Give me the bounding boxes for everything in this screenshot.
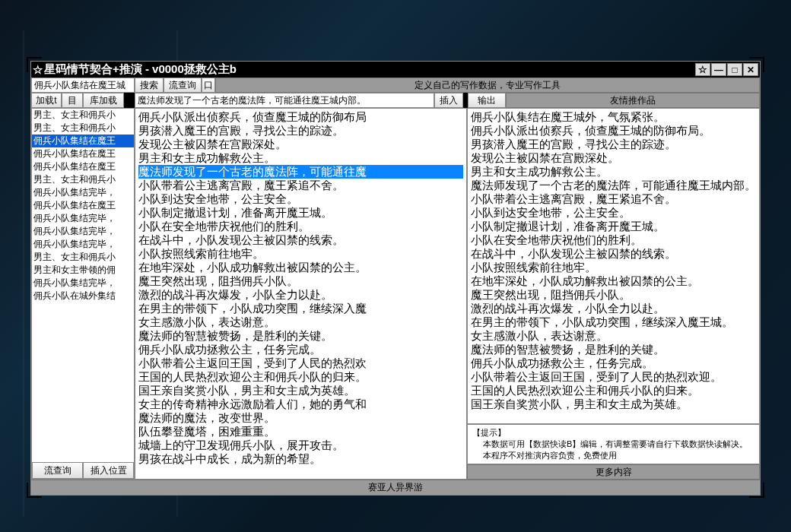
list-item[interactable]: 男主、女主和佣兵小 — [32, 251, 134, 264]
story-line[interactable]: 小队按照线索前往地牢。 — [471, 261, 756, 274]
story-line[interactable]: 发现公主被囚禁在宫殿深处。 — [471, 151, 756, 165]
story-line[interactable]: 发现公主被囚禁在宫殿深处。 — [138, 138, 463, 151]
hint-title: 【提示】 — [472, 427, 754, 439]
list-item[interactable]: 佣兵小队集结在魔王 — [32, 135, 134, 147]
story-line[interactable]: 队伍攀登魔塔，困难重重。 — [138, 425, 463, 439]
left-list[interactable]: 男主、女主和佣兵小男主、女主和佣兵小佣兵小队集结在魔王佣兵小队集结在魔王佣兵小队… — [32, 109, 134, 462]
story-line[interactable]: 佣兵小队派出侦察兵，侦查魔王城的防御布局。 — [471, 124, 756, 138]
story-line[interactable]: 在战斗中，小队发现公主被囚禁的线索。 — [138, 233, 463, 247]
list-item[interactable]: 佣兵小队在城外集结 — [32, 290, 134, 302]
flow-query-button-2[interactable]: 流查询 — [32, 462, 83, 479]
list-item[interactable]: 佣兵小队集结完毕， — [32, 238, 134, 251]
story-line[interactable]: 女主的传奇精神永远激励着人们，她的勇气和 — [138, 397, 463, 411]
story-line[interactable]: 男孩潜入魔王的宫殿，寻找公主的踪迹。 — [138, 124, 463, 138]
maximize-button[interactable]: □ — [727, 63, 742, 76]
story-line[interactable]: 激烈的战斗再次爆发，小队全力以赴。 — [471, 302, 756, 315]
titlebar: ☆ 星码情节契合+推演 - v0000拯救公主b ☆ ― □ ✕ — [31, 62, 760, 78]
left-panel: 男主、女主和佣兵小男主、女主和佣兵小佣兵小队集结在魔王佣兵小队集结在魔王佣兵小队… — [31, 108, 135, 480]
story-line[interactable]: 在男主的带领下，小队成功突围，继续深入魔王城。 — [471, 315, 756, 329]
story-line[interactable]: 国王亲自奖赏小队，男主和女主成为英雄。 — [471, 397, 756, 411]
story-line[interactable]: 佣兵小队派出侦察兵，侦查魔王城的防御布局 — [138, 110, 463, 124]
story-line[interactable]: 魔法师发现了一个古老的魔法阵，可能通往魔王城内部。 — [471, 179, 756, 192]
story-line[interactable]: 男孩在战斗中成长，成为新的希望。 — [138, 452, 463, 466]
story-line[interactable]: 魔王突然出现，阻挡佣兵小队。 — [471, 288, 756, 302]
list-item[interactable]: 佣兵小队集结在魔王 — [32, 160, 134, 173]
story-line[interactable]: 小队到达安全地带，公主安全。 — [138, 192, 463, 206]
hint-line: 本程序不对推演内容负责，免费使用 — [472, 450, 754, 461]
list-item[interactable]: 男主、女主和佣兵小 — [32, 109, 134, 122]
list-item[interactable]: 男主、女主和佣兵小 — [32, 122, 134, 135]
list-item[interactable]: 佣兵小队集结在魔王 — [32, 147, 134, 160]
list-item[interactable]: 佣兵小队集结完毕， — [32, 186, 134, 199]
story-line[interactable]: 在地牢深处，小队成功解救出被囚禁的公主。 — [471, 274, 756, 288]
app-window: ☆ 星码情节契合+推演 - v0000拯救公主b ☆ ― □ ✕ 佣兵小队集结在… — [30, 61, 761, 496]
right-story-panel[interactable]: 佣兵小队集结在魔王城外，气氛紧张。佣兵小队派出侦察兵，侦查魔王城的防御布局。男孩… — [467, 108, 760, 424]
search-input[interactable]: 佣兵小队集结在魔王城 — [31, 78, 135, 93]
insert-button[interactable]: 插入 — [434, 93, 463, 108]
story-line[interactable]: 在男主的带领下，小队成功突围，继续深入魔 — [138, 302, 463, 315]
output-button[interactable]: 输出 — [468, 93, 506, 108]
story-line[interactable]: 在地牢深处，小队成功解救出被囚禁的公主。 — [138, 261, 463, 274]
close-button[interactable]: ✕ — [743, 63, 758, 76]
story-line[interactable]: 魔法师的智慧被赞扬，是胜利的关键。 — [138, 329, 463, 343]
story-line[interactable]: 男孩潜入魔王的宫殿，寻找公主的踪迹。 — [471, 138, 756, 151]
recommend-bar[interactable]: 友情推作品 — [506, 93, 760, 108]
right-panel: 佣兵小队集结在魔王城外，气氛紧张。佣兵小队派出侦察兵，侦查魔王城的防御布局。男孩… — [467, 108, 760, 480]
hint-box: 【提示】 本数据可用【数据快读B】编辑，有调整需要请自行下载数据快读解决。 本程… — [467, 424, 760, 464]
story-line[interactable]: 魔法师发现了一个古老的魔法阵，可能通往魔 — [138, 165, 463, 179]
story-line[interactable]: 小队制定撤退计划，准备离开魔王城。 — [138, 206, 463, 220]
story-line[interactable]: 小队在安全地带庆祝他们的胜利。 — [471, 233, 756, 247]
list-item[interactable]: 佣兵小队集结完毕， — [32, 225, 134, 238]
load-button[interactable]: 加载t — [31, 93, 62, 108]
middle-story-panel[interactable]: 佣兵小队派出侦察兵，侦查魔王城的防御布局男孩潜入魔王的宫殿，寻找公主的踪迹。发现… — [135, 108, 467, 480]
list-item[interactable]: 男主、女主和佣兵小 — [32, 173, 134, 186]
favorite-button[interactable]: ☆ — [695, 63, 710, 76]
star-icon: ☆ — [33, 63, 43, 77]
toolbar-row-2: 加载t 目 库加载 魔法师发现了一个古老的魔法阵，可能通往魔王城内部。 插入 输… — [31, 93, 760, 108]
list-item[interactable]: 男主和女主带领的佣 — [32, 264, 134, 277]
story-line[interactable]: 佣兵小队成功拯救公主，任务完成。 — [471, 356, 756, 370]
lib-load-button[interactable]: 库加载 — [83, 93, 124, 108]
story-line[interactable]: 小队带着公主返回王国，受到了人民的热烈欢迎。 — [471, 370, 756, 384]
minimize-button[interactable]: ― — [711, 63, 726, 76]
info-banner: 定义自己的写作数据，专业写作工具 — [215, 78, 760, 93]
story-line[interactable]: 在战斗中，小队发现公主被囚禁的线索。 — [471, 247, 756, 261]
flow-query-button[interactable]: 流查询 — [164, 78, 202, 93]
story-line[interactable]: 激烈的战斗再次爆发，小队全力以赴。 — [138, 288, 463, 302]
story-line[interactable]: 小队带着公主逃离宫殿，魔王紧追不舍。 — [138, 179, 463, 192]
story-line[interactable]: 男主和女主成功解救公主。 — [138, 151, 463, 165]
toolbar-row-1: 佣兵小队集结在魔王城 搜索 流查询 口 定义自己的写作数据，专业写作工具 — [31, 78, 760, 93]
expand-button[interactable]: 口 — [202, 78, 215, 93]
story-line[interactable]: 佣兵小队成功拯救公主，任务完成。 — [138, 343, 463, 356]
story-line[interactable]: 魔王突然出现，阻挡佣兵小队。 — [138, 274, 463, 288]
insert-position-button[interactable]: 插入位置 — [83, 462, 134, 479]
story-line[interactable]: 国王亲自奖赏小队，男主和女主成为英雄。 — [138, 384, 463, 397]
story-line[interactable]: 小队按照线索前往地牢。 — [138, 247, 463, 261]
story-line[interactable]: 女主感激小队，表达谢意。 — [138, 315, 463, 329]
story-line[interactable]: 小队带着公主逃离宫殿，魔王紧追不舍。 — [471, 192, 756, 206]
list-item[interactable]: 佣兵小队集结完毕， — [32, 212, 134, 225]
story-line[interactable]: 小队到达安全地带，公主安全。 — [471, 206, 756, 220]
story-line[interactable]: 男主和女主成功解救公主。 — [471, 165, 756, 179]
window-title: 星码情节契合+推演 - v0000拯救公主b — [44, 62, 237, 77]
story-line[interactable]: 小队带着公主返回王国，受到了人民的热烈欢 — [138, 356, 463, 370]
story-line[interactable]: 魔法师的魔法，改变世界。 — [138, 411, 463, 425]
story-line[interactable]: 佣兵小队集结在魔王城外，气氛紧张。 — [471, 110, 756, 124]
story-line[interactable]: 小队在安全地带庆祝他们的胜利。 — [138, 220, 463, 233]
list-button[interactable]: 目 — [62, 93, 83, 108]
search-button[interactable]: 搜索 — [135, 78, 164, 93]
story-line[interactable]: 女主感激小队，表达谢意。 — [471, 329, 756, 343]
story-line[interactable]: 王国的人民热烈欢迎公主和佣兵小队的归来。 — [471, 384, 756, 397]
list-item[interactable]: 佣兵小队集结在魔王 — [32, 199, 134, 212]
story-line[interactable]: 王国的人民热烈欢迎公主和佣兵小队的归来。 — [138, 370, 463, 384]
footer-bar: 赛亚人异界游 — [31, 480, 760, 495]
story-line[interactable]: 城墙上的守卫发现佣兵小队，展开攻击。 — [138, 439, 463, 452]
magic-input[interactable]: 魔法师发现了一个古老的魔法阵，可能通往魔王城内部。 — [135, 93, 434, 108]
more-content-button[interactable]: 更多内容 — [467, 464, 760, 480]
main-area: 男主、女主和佣兵小男主、女主和佣兵小佣兵小队集结在魔王佣兵小队集结在魔王佣兵小队… — [31, 108, 760, 480]
story-line[interactable]: 魔法师的智慧被赞扬，是胜利的关键。 — [471, 343, 756, 356]
hint-line: 本数据可用【数据快读B】编辑，有调整需要请自行下载数据快读解决。 — [472, 439, 754, 450]
story-line[interactable]: 小队制定撤退计划，准备离开魔王城。 — [471, 220, 756, 233]
list-item[interactable]: 佣兵小队集结完毕， — [32, 277, 134, 290]
